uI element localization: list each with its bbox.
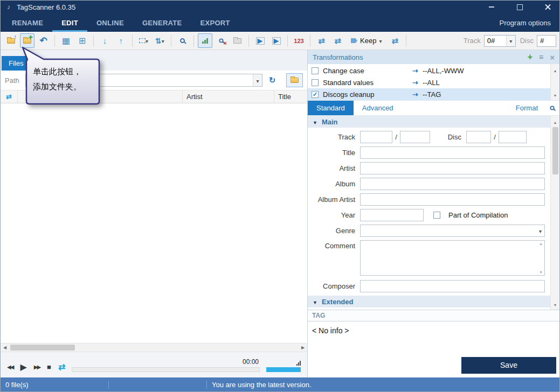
compilation-checkbox[interactable] [433, 212, 440, 219]
volume-bar[interactable] [266, 367, 301, 372]
track-field-label: Track [308, 133, 355, 141]
play-file-button[interactable] [253, 33, 267, 48]
scrollbar-thumb[interactable] [10, 345, 75, 351]
toolbar-separator [310, 35, 310, 47]
path-input[interactable] [26, 74, 253, 86]
path-combo-caret[interactable] [253, 74, 262, 86]
add-transformation-button[interactable] [528, 52, 533, 62]
track-combo-caret[interactable] [506, 36, 515, 46]
menu-item-rename[interactable]: RENAME [3, 13, 52, 32]
selection-menu-button[interactable] [136, 33, 151, 48]
small-grid-view-button[interactable] [75, 33, 89, 48]
undo-button[interactable] [36, 33, 51, 48]
folder-up-button[interactable] [4, 33, 18, 48]
transformation-checkbox[interactable] [312, 67, 319, 74]
scroll-down-icon[interactable] [554, 300, 557, 308]
disc-total-input[interactable] [499, 131, 527, 143]
scrollbar-thumb[interactable] [552, 127, 558, 174]
title-input[interactable] [360, 146, 545, 159]
genre-select[interactable] [360, 225, 545, 237]
section-extended[interactable]: Extended [308, 296, 550, 307]
move-down-button[interactable] [98, 33, 112, 48]
add-folder-button[interactable] [20, 33, 34, 48]
name-column-header[interactable] [18, 90, 183, 103]
transformation-checkbox[interactable] [312, 91, 319, 98]
file-list[interactable] [1, 103, 307, 343]
comment-textarea[interactable] [360, 240, 545, 276]
menu-item-export[interactable]: EXPORT [191, 13, 239, 32]
maximize-button[interactable] [508, 1, 531, 13]
refresh-button[interactable] [266, 74, 279, 87]
scroll-left-icon[interactable] [1, 345, 9, 350]
repeat-button[interactable] [58, 362, 65, 372]
levels-button[interactable] [198, 33, 212, 48]
seek-bar[interactable] [72, 367, 260, 372]
scroll-down-icon[interactable] [554, 90, 557, 99]
tab-advanced[interactable]: Advanced [354, 101, 402, 115]
keep-dropdown[interactable]: Keep [347, 33, 386, 48]
clear-search-button[interactable] [214, 33, 229, 48]
app-icon [5, 3, 12, 11]
transformation-row[interactable]: Change case --ALL,-WWW [308, 65, 550, 76]
disc-input[interactable] [537, 35, 556, 47]
track-label: Track [464, 37, 481, 45]
stop-button[interactable] [47, 363, 51, 371]
tab-standard[interactable]: Standard [308, 101, 354, 115]
file-count: 0 file(s) [1, 381, 108, 389]
volume-area [266, 361, 301, 372]
grid-view-button[interactable] [59, 33, 73, 48]
scroll-up-icon[interactable] [539, 242, 543, 246]
transfer-in-button[interactable] [314, 33, 329, 48]
collapse-icon [313, 298, 317, 306]
track-number-input[interactable] [360, 131, 392, 143]
menu-item-generate[interactable]: GENERATE [133, 13, 191, 32]
tab-files[interactable]: Files [2, 56, 30, 71]
shuffle-column-header[interactable] [1, 90, 18, 103]
transformation-checkbox[interactable] [312, 79, 319, 86]
track-input[interactable] [485, 36, 506, 46]
minimize-button[interactable] [480, 1, 503, 13]
year-input[interactable] [360, 209, 424, 221]
transformations-menu-button[interactable] [539, 53, 543, 61]
rewind-button[interactable] [7, 364, 13, 370]
transformation-row[interactable]: Standard values --ALL [308, 76, 550, 88]
artist-input[interactable] [360, 162, 545, 174]
search-button[interactable] [175, 33, 190, 48]
move-up-button[interactable] [114, 33, 128, 48]
transfer-out-button[interactable] [330, 33, 345, 48]
forward-button[interactable] [34, 364, 40, 370]
title-column-header[interactable]: Title [274, 90, 307, 103]
editor-search-button[interactable] [544, 101, 559, 115]
scroll-right-icon[interactable] [299, 345, 307, 350]
selection-icon [139, 38, 146, 43]
album-input[interactable] [360, 178, 545, 190]
menu-item-online[interactable]: ONLINE [87, 13, 133, 32]
composer-row: Composer [308, 278, 550, 294]
track-total-input[interactable] [400, 131, 430, 143]
toolbar-separator [248, 35, 249, 47]
volume-icon [296, 361, 301, 366]
section-main[interactable]: Main [308, 116, 550, 128]
artist-column-header[interactable]: Artist [183, 90, 274, 103]
browse-folder-button[interactable] [286, 73, 303, 87]
close-button[interactable] [536, 1, 559, 13]
folder-button[interactable] [230, 33, 245, 48]
sort-menu-button[interactable] [153, 33, 167, 48]
menu-item-edit[interactable]: EDIT [52, 13, 87, 32]
play-button[interactable] [20, 362, 26, 372]
program-options-button[interactable]: Program options [491, 13, 559, 32]
scroll-up-icon[interactable] [554, 66, 557, 74]
scroll-up-icon[interactable] [554, 117, 557, 125]
disc-number-input[interactable] [466, 131, 491, 143]
numbering-button[interactable]: 123 [292, 33, 306, 48]
title-field-label: Title [308, 149, 355, 157]
transformation-row[interactable]: Discogs cleanup --TAG [308, 88, 550, 100]
save-button[interactable]: Save [461, 357, 556, 374]
format-link[interactable]: Format [509, 101, 544, 115]
scroll-down-icon[interactable] [539, 270, 543, 274]
album-artist-input[interactable] [360, 193, 545, 206]
close-transformations-button[interactable] [550, 53, 555, 62]
write-tags-button[interactable] [388, 33, 402, 48]
composer-input[interactable] [360, 280, 545, 292]
play-list-button[interactable] [269, 33, 284, 48]
